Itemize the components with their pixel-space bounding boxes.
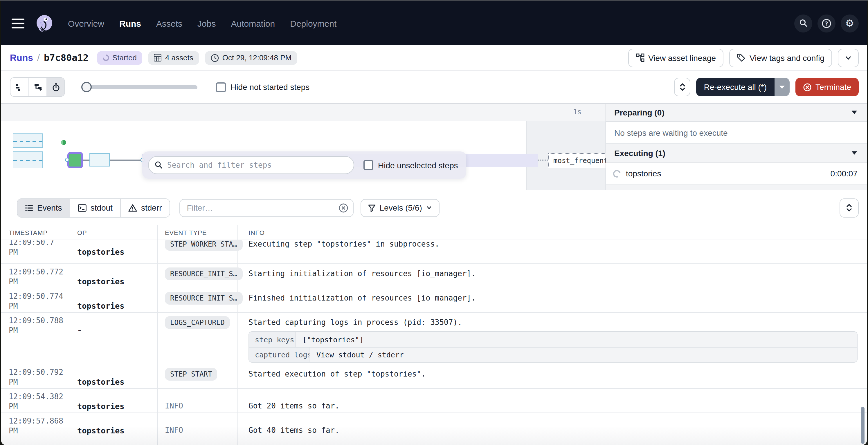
metadata-row: step_keys["topstories"] (249, 332, 857, 347)
info-message: Got 40 items so far. (248, 413, 867, 435)
step-search-input[interactable] (148, 156, 354, 174)
view-mode-timed-icon[interactable] (46, 78, 64, 96)
reexecute-all-button[interactable]: Re-execute all (*) (696, 78, 774, 96)
chevron-down-icon (845, 54, 852, 61)
event-type-cell: RESOURCE_INIT_S… (158, 288, 238, 312)
tab-stderr[interactable]: stderr (120, 199, 169, 217)
gantt-step-running[interactable] (67, 152, 83, 168)
nav-item-automation[interactable]: Automation (231, 18, 275, 28)
hovered-step-label: most_frequent (548, 153, 609, 168)
hide-not-started-checkbox[interactable] (216, 82, 226, 92)
zoom-slider[interactable] (83, 85, 197, 89)
metadata-value-link[interactable]: View stdout / stderr (309, 347, 857, 362)
run-header-actions: View asset lineage View tags and config (628, 48, 859, 67)
menu-icon[interactable] (11, 18, 24, 28)
settings-gear-icon[interactable]: ⚙ (841, 14, 859, 32)
op-wrap: topstories (77, 288, 157, 310)
op-cell: topstories (70, 413, 158, 445)
chevron-down-icon (851, 110, 858, 115)
nav-item-jobs[interactable]: Jobs (197, 18, 216, 28)
search-icon[interactable] (794, 14, 812, 32)
step-name: topstories (626, 169, 661, 178)
step-spinner-icon (612, 169, 622, 179)
clear-filter-icon[interactable] (339, 203, 348, 213)
log-table-row[interactable]: 12:09:50.7PMtopstoriesSTEP_WORKER_STA…Ex… (1, 240, 867, 264)
cancel-circle-icon (803, 83, 811, 91)
dagster-logo-icon[interactable] (34, 12, 55, 34)
timestamp-time: 12:09:50.792 (9, 364, 70, 377)
run-header: Runs / b7c80a12 Started 4 assets Oct 29,… (1, 45, 867, 71)
nav-item-overview[interactable]: Overview (68, 18, 104, 28)
timestamp-cell: 12:09:57.868PM (1, 413, 70, 445)
event-type-badge: LOGS_CAPTURED (165, 316, 230, 329)
op-wrap: topstories (77, 389, 157, 411)
timestamp-time: 12:09:50.788 (9, 313, 70, 326)
log-table-row[interactable]: 12:09:50.772PMtopstoriesRESOURCE_INIT_S…… (1, 264, 867, 288)
expand-collapse-button[interactable] (674, 78, 691, 96)
view-asset-lineage-button[interactable]: View asset lineage (628, 48, 723, 67)
scroll-to-top-bottom-button[interactable] (840, 198, 859, 217)
zoom-slider-knob[interactable] (81, 82, 92, 92)
view-tags-config-button[interactable]: View tags and config (729, 48, 832, 67)
levels-filter-button[interactable]: Levels (5/6) (361, 199, 439, 217)
hide-not-started-label: Hide not started steps (230, 82, 309, 92)
timestamp-wrap: 12:09:50.788PM (9, 313, 70, 335)
vertical-scrollbar-thumb[interactable] (861, 407, 865, 444)
tab-events[interactable]: Events (18, 199, 70, 217)
reexecute-dropdown-button[interactable] (774, 78, 789, 96)
timestamp-time: 12:09:50.774 (9, 288, 70, 301)
terminate-button[interactable]: Terminate (795, 78, 859, 96)
log-filter-input[interactable] (179, 199, 353, 217)
timestamp-cell: 12:09:50.788PM (1, 313, 70, 364)
log-table-row[interactable]: 12:09:57.868PMtopstoriesINFOGot 40 items… (1, 413, 867, 445)
funnel-icon (368, 204, 376, 211)
info-message: Started execution of step "topstories". (248, 364, 867, 378)
nav-item-runs[interactable]: Runs (119, 18, 141, 28)
panel-section-header[interactable]: Errored (0) (606, 184, 867, 190)
timestamp-ampm: PM (9, 426, 70, 436)
tab-stdout[interactable]: stdout (70, 199, 120, 217)
gantt-section: 1s most_frequent (1, 103, 867, 190)
help-icon[interactable]: ? (817, 14, 836, 32)
metadata-key: step_keys (249, 332, 296, 347)
nav-item-assets[interactable]: Assets (156, 18, 182, 28)
event-type-cell: LOGS_CAPTURED (158, 313, 238, 364)
view-mode-waterfall-icon[interactable] (28, 78, 46, 96)
event-type-badge: STEP_WORKER_STA… (165, 240, 242, 251)
metadata-value: ["topstories"] (296, 332, 857, 347)
event-type-wrap: INFO (165, 413, 238, 435)
panel-section-title: Preparing (0) (614, 108, 664, 117)
panel-section-header[interactable]: Preparing (0) (606, 104, 867, 122)
info-cell: Got 20 items so far. (238, 389, 867, 412)
info-wrap: Started capturing logs in process (pid: … (248, 313, 867, 363)
reexecute-split-button: Re-execute all (*) (696, 78, 789, 96)
gantt-materialization-dot[interactable] (61, 140, 66, 145)
log-table-row[interactable]: 12:09:50.774PMtopstoriesRESOURCE_INIT_S…… (1, 288, 867, 313)
log-table-row[interactable]: 12:09:54.382PMtopstoriesINFOGot 20 items… (1, 389, 867, 413)
nav-item-deployment[interactable]: Deployment (290, 18, 337, 28)
timestamp-wrap: 12:09:50.774PM (9, 288, 70, 311)
panel-section-header[interactable]: Executing (1) (606, 144, 867, 163)
view-mode-flat-icon[interactable] (10, 78, 28, 96)
hide-unselected-checkbox[interactable] (364, 160, 373, 170)
op-cell: topstories (70, 240, 158, 264)
gantt-step-not-started[interactable] (13, 133, 43, 148)
step-elapsed-time: 0:00:07 (831, 169, 858, 178)
nav-items: OverviewRunsAssetsJobsAutomationDeployme… (68, 18, 337, 28)
event-level-label: INFO (165, 389, 238, 410)
assets-count-badge[interactable]: 4 assets (148, 51, 199, 65)
timestamp-time: 12:09:50.772 (9, 264, 70, 277)
log-table-row[interactable]: 12:09:50.792PMtopstoriesSTEP_STARTStarte… (1, 364, 867, 389)
breadcrumb-runs-link[interactable]: Runs (10, 53, 33, 63)
gantt-step-queued[interactable] (89, 153, 110, 167)
log-table-row[interactable]: 12:09:50.788PM-LOGS_CAPTUREDStarted capt… (1, 313, 867, 364)
event-type-badge: STEP_START (165, 368, 217, 381)
tab-label: stderr (141, 203, 162, 212)
panel-empty-message: No steps are waiting to execute (606, 122, 867, 144)
gantt-step-not-started[interactable] (13, 151, 43, 168)
warning-icon (128, 204, 137, 211)
panel-section-title: Executing (1) (614, 148, 665, 158)
more-actions-chevron-button[interactable] (838, 48, 859, 67)
timestamp-cell: 12:09:50.792PM (1, 364, 70, 388)
executing-step-row[interactable]: topstories0:00:07 (606, 163, 867, 184)
